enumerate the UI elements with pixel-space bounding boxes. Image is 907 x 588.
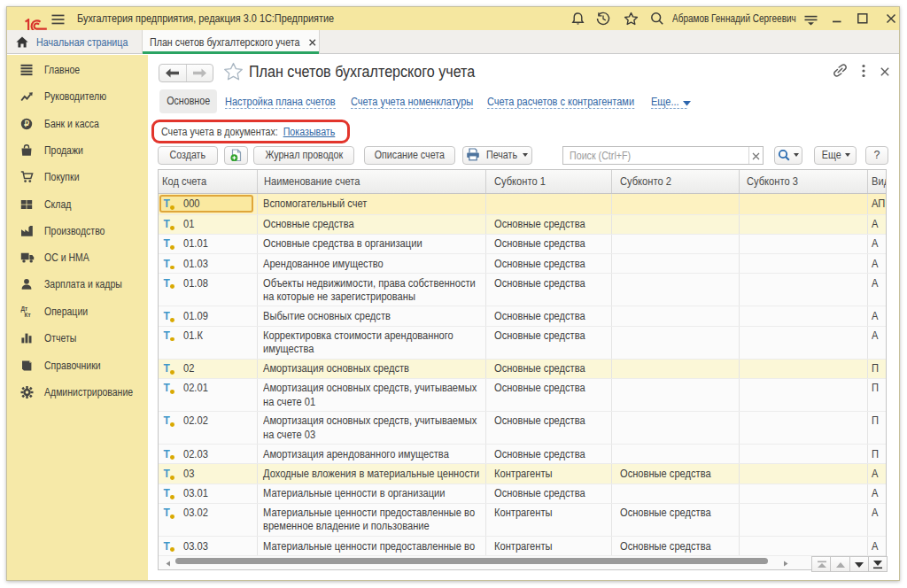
svg-text:Кт: Кт xyxy=(25,312,31,318)
svg-text:₽: ₽ xyxy=(24,120,29,128)
